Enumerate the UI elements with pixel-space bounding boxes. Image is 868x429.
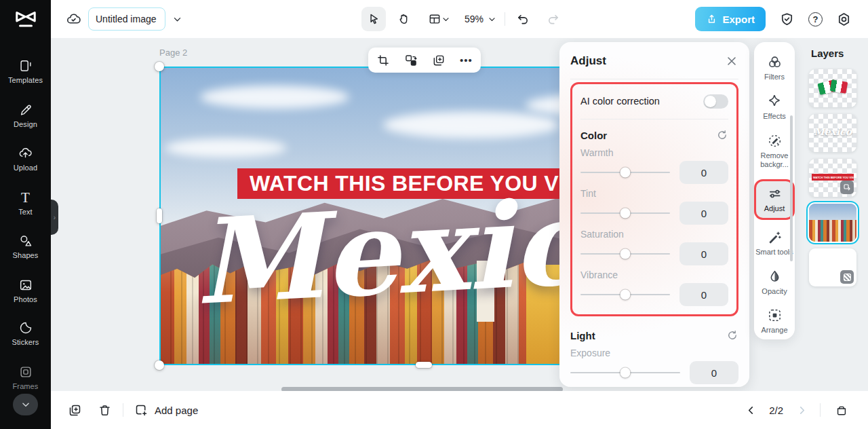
- rail-item-label: Arrange: [761, 326, 787, 335]
- export-button[interactable]: Export: [695, 7, 766, 31]
- pages-view-button[interactable]: [830, 398, 853, 422]
- reset-icon: [726, 329, 738, 341]
- cloud-shape: [200, 86, 349, 109]
- slider-label: Exposure: [570, 348, 738, 358]
- resize-handle-bottom-center[interactable]: [416, 362, 432, 368]
- light-reset-button[interactable]: [726, 329, 738, 341]
- page-label: Page 2: [159, 48, 187, 58]
- more-options-button[interactable]: •••: [456, 50, 477, 71]
- add-page-button[interactable]: Add page: [130, 403, 202, 417]
- photos-icon: [18, 278, 33, 293]
- layer-text-preview: Mexico: [809, 126, 856, 137]
- sidebar-item-stickers[interactable]: Stickers: [0, 320, 51, 346]
- layer-mexico-text[interactable]: Mexico: [809, 114, 856, 152]
- sidebar-item-label: Stickers: [12, 338, 39, 346]
- capcut-logo[interactable]: [0, 0, 51, 38]
- sidebar-item-photos[interactable]: Photos: [0, 278, 51, 303]
- effects-icon: [767, 94, 783, 109]
- warmth-value[interactable]: 0: [679, 161, 728, 184]
- layer-flag-sticker[interactable]: [809, 69, 856, 107]
- cloud-shape: [383, 111, 559, 138]
- sidebar-item-templates[interactable]: Templates: [0, 58, 51, 84]
- sidebar-item-frames[interactable]: Frames: [0, 365, 51, 390]
- warmth-slider[interactable]: [580, 172, 670, 173]
- sidebar-item-shapes[interactable]: Shapes: [0, 234, 51, 259]
- chevron-left-icon: [745, 405, 757, 416]
- duplicate-button[interactable]: [428, 50, 450, 71]
- background-badge-icon: [840, 270, 854, 284]
- sidebar-item-design[interactable]: Design: [0, 102, 51, 128]
- previous-page-button[interactable]: [742, 398, 760, 422]
- add-page-label: Add page: [155, 405, 198, 416]
- duplicate-page-button[interactable]: [63, 398, 86, 422]
- shield-check-icon[interactable]: [779, 12, 795, 27]
- sidebar-more-button[interactable]: [13, 394, 38, 415]
- tint-value[interactable]: 0: [679, 202, 728, 225]
- rail-item-label: Adjust: [764, 204, 785, 214]
- help-icon[interactable]: ?: [808, 12, 823, 26]
- crop-icon: [376, 54, 390, 67]
- export-icon: [706, 14, 717, 25]
- resize-handle-bottom-left[interactable]: [155, 360, 164, 370]
- select-tool-button[interactable]: [361, 7, 386, 31]
- resize-handle-top-left[interactable]: [155, 62, 164, 71]
- exposure-value[interactable]: 0: [690, 361, 738, 384]
- vibrance-value[interactable]: 0: [679, 283, 728, 306]
- sidebar-item-label: Upload: [14, 164, 37, 172]
- crop-button[interactable]: [372, 50, 394, 71]
- rail-item-remove-background[interactable]: Remove backgr...: [755, 133, 793, 170]
- rail-item-filters[interactable]: Filters: [755, 54, 793, 82]
- rail-item-arrange[interactable]: Arrange: [755, 307, 793, 335]
- settings-gear-icon[interactable]: [836, 12, 852, 27]
- adjust-highlight-box: AI color correction Color Warmth: [570, 82, 738, 316]
- tint-slider[interactable]: [580, 212, 670, 214]
- exposure-slider[interactable]: [570, 372, 680, 373]
- hand-tool-button[interactable]: [391, 7, 416, 31]
- adjust-icon: [767, 186, 783, 202]
- rail-item-label: Smart tools: [755, 248, 793, 257]
- redo-button[interactable]: [540, 7, 565, 31]
- document-title-input[interactable]: [88, 7, 165, 31]
- saturation-slider[interactable]: [580, 253, 670, 255]
- warmth-slider-knob[interactable]: [620, 168, 631, 178]
- layout-tool-button[interactable]: [421, 7, 456, 31]
- delete-page-button[interactable]: [93, 398, 116, 422]
- vibrance-slider[interactable]: [580, 294, 670, 295]
- saturation-slider-knob[interactable]: [620, 249, 631, 259]
- opacity-icon: [767, 269, 783, 284]
- color-section-title: Color: [580, 130, 607, 141]
- rail-item-smart-tools[interactable]: Smart tools: [755, 229, 793, 257]
- rail-item-effects[interactable]: Effects: [755, 94, 793, 122]
- rail-item-opacity[interactable]: Opacity: [755, 269, 793, 297]
- layer-background[interactable]: [809, 248, 856, 286]
- add-page-icon: [134, 403, 149, 417]
- saturation-value[interactable]: 0: [679, 242, 728, 265]
- panel-expand-tab[interactable]: ›: [51, 200, 58, 235]
- replace-button[interactable]: [400, 50, 422, 71]
- rail-scrollbar[interactable]: [790, 115, 793, 261]
- left-sidebar: Templates Design Upload T Text Shapes: [0, 0, 51, 429]
- chevron-down-icon: [488, 15, 496, 24]
- stickers-icon: [18, 320, 33, 335]
- layer-photo[interactable]: [809, 204, 856, 242]
- tint-slider-knob[interactable]: [620, 208, 631, 219]
- rail-item-label: Filters: [764, 73, 785, 82]
- color-reset-button[interactable]: [716, 129, 728, 141]
- resize-handle-middle-left[interactable]: [157, 208, 162, 223]
- sidebar-item-upload[interactable]: Upload: [0, 146, 51, 172]
- rail-item-label: Opacity: [762, 287, 787, 297]
- title-menu-chevron-icon[interactable]: [172, 14, 182, 24]
- sidebar-item-text[interactable]: T Text: [0, 190, 51, 216]
- next-page-button[interactable]: [793, 398, 810, 422]
- bottom-bar: Add page 2/2: [51, 391, 868, 429]
- vibrance-slider-knob[interactable]: [620, 290, 631, 300]
- expand-chevron-icon: ›: [54, 214, 56, 221]
- layer-banner-text[interactable]: WATCH THIS BEFORE YOU VISIT: [809, 159, 856, 197]
- close-icon[interactable]: [725, 54, 738, 68]
- filters-icon: [767, 54, 783, 70]
- exposure-slider-knob[interactable]: [620, 368, 631, 378]
- zoom-level-button[interactable]: 59%: [462, 14, 499, 24]
- undo-button[interactable]: [511, 7, 535, 31]
- rail-item-adjust[interactable]: Adjust: [756, 181, 793, 218]
- ai-color-correction-toggle[interactable]: [703, 94, 728, 109]
